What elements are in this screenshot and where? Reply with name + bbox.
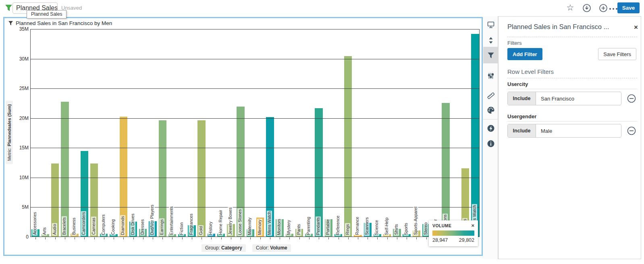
group-by-control[interactable]: Group: Category [202, 244, 246, 252]
filter-icon[interactable] [483, 47, 498, 63]
x-tick [299, 237, 300, 239]
add-filter-button[interactable]: Add Filter [507, 48, 542, 60]
category-label: Sports [403, 222, 409, 236]
x-tick [358, 237, 358, 239]
gridline [31, 207, 479, 207]
category-label: Dvd/Vcr Players [150, 204, 155, 236]
interactions-lightning-icon[interactable] [483, 120, 498, 136]
category-label: Entertainments [169, 205, 174, 236]
x-tick [202, 237, 202, 239]
title-tooltip: Planned Sales [27, 10, 66, 19]
y-tick-label: 5M [12, 204, 29, 210]
save-button[interactable]: Save [617, 2, 640, 13]
gridline [31, 118, 479, 119]
sort-icon[interactable] [483, 32, 498, 48]
category-label: Audio [52, 223, 57, 236]
x-tick [260, 237, 261, 239]
category-label: Home Repair [218, 209, 223, 236]
category-label: Cameras [91, 217, 96, 236]
panel-close-icon[interactable]: × [634, 23, 638, 31]
category-label: Rings [345, 223, 350, 236]
gridline [31, 29, 479, 29]
bar-gold[interactable] [197, 120, 205, 237]
category-label: Portable [325, 218, 330, 236]
star-icon[interactable]: ☆ [566, 3, 575, 12]
x-tick [45, 237, 46, 239]
remove-usercity-filter-icon[interactable] [627, 94, 636, 103]
legend-title: VOLUME [432, 223, 451, 228]
category-label: Mens Watch [267, 211, 272, 236]
x-tick [211, 237, 212, 239]
x-tick [221, 237, 222, 239]
x-tick [35, 237, 36, 239]
category-label: Accessories [32, 211, 37, 236]
present-screen-icon[interactable] [483, 17, 498, 33]
y-axis-metric-label[interactable]: Metric: Plannedsales (Sum) [6, 101, 13, 164]
chart-title: Planned Sales in San Francisco by Men [16, 20, 112, 26]
x-tick [426, 237, 427, 239]
x-tick [339, 237, 339, 239]
x-tick [309, 237, 310, 239]
category-label: Shirts [394, 223, 399, 236]
palette-icon[interactable] [483, 102, 498, 118]
info-icon[interactable] [483, 136, 498, 152]
plot-area[interactable]: AccessoriesArtsAudioBraceletsBusinessCam… [30, 29, 480, 237]
x-tick [94, 237, 95, 239]
category-label: Computers [101, 214, 106, 236]
download-icon[interactable] [582, 4, 591, 13]
category-label: Mystery [286, 219, 291, 236]
usergender-filter-value[interactable]: Male [536, 124, 621, 137]
x-tick [250, 237, 251, 239]
category-label: History [208, 221, 213, 236]
x-tick [162, 237, 163, 239]
y-tick-label: 30M [12, 56, 29, 62]
category-label: Earrings [159, 218, 164, 236]
category-label: Maternity [247, 217, 252, 236]
include-operator: Include [508, 92, 536, 105]
legend-close-icon[interactable]: × [471, 224, 474, 228]
category-label: Self-Help [384, 217, 389, 236]
category-label: Stereo [423, 222, 428, 236]
save-filters-button[interactable]: Save Filters [598, 48, 636, 60]
x-tick [270, 237, 270, 239]
x-tick [55, 237, 56, 239]
color-legend[interactable]: VOLUME × 28,947 29,802 [429, 220, 478, 246]
color-by-control[interactable]: Color: Volume [252, 244, 291, 252]
category-label: Business [71, 217, 77, 236]
category-label: Scanners [364, 216, 370, 236]
category-label: Cooking [110, 218, 116, 236]
y-tick-label: 15M [12, 145, 29, 151]
remove-usergender-filter-icon[interactable] [627, 126, 636, 136]
usercity-filter-value[interactable]: San Francisco [536, 92, 621, 105]
category-label: Fragrances [189, 213, 194, 236]
category-label: Bracelets [62, 216, 67, 236]
x-tick [397, 237, 397, 239]
category-label: Sports-Apparel [413, 206, 418, 236]
category-label: Arts [42, 226, 47, 236]
category-label: Gold [198, 225, 204, 236]
top-bar: Planned Sales Unsaved Planned Sales ☆ Sa… [0, 0, 644, 16]
x-tick [377, 237, 378, 239]
category-label: Memory [257, 219, 262, 236]
legend-gradient-bar [432, 230, 474, 236]
add-icon[interactable] [599, 4, 608, 13]
filter-field-usergender: Usergender [507, 113, 536, 119]
usercity-filter-chip[interactable]: Include San Francisco [507, 92, 621, 105]
more-options-icon[interactable] [609, 6, 617, 15]
usergender-filter-chip[interactable]: Include Male [507, 124, 621, 138]
filters-section-label: Filters [507, 40, 521, 46]
ruler-icon[interactable] [483, 88, 498, 104]
x-tick [123, 237, 124, 239]
gridline [31, 59, 479, 59]
row-level-filters-heading: Row Level Filters [507, 68, 554, 75]
sliders-icon[interactable] [483, 68, 498, 84]
x-tick [114, 237, 114, 239]
x-tick [231, 237, 231, 239]
panel-title: Planned Sales in San Francisco ... [507, 23, 628, 31]
chart-tools-sidebar [483, 16, 498, 259]
bar-rings[interactable] [344, 56, 352, 237]
gridline [31, 148, 479, 148]
chart-card[interactable]: Planned Sales in San Francisco by Men Me… [3, 17, 483, 256]
x-tick [368, 237, 368, 239]
x-tick [65, 237, 65, 239]
